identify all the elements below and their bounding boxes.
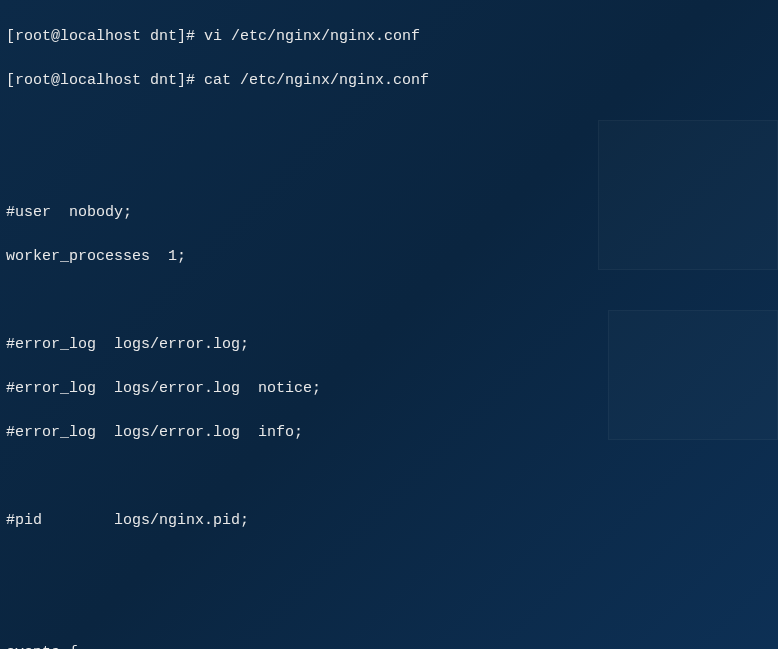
blank-line [6, 290, 772, 312]
blank-line [6, 466, 772, 488]
blank-line [6, 158, 772, 180]
cfg-error-log: #error_log logs/error.log; [6, 334, 772, 356]
cfg-error-log: #error_log logs/error.log notice; [6, 378, 772, 400]
shell-prompt-cat: [root@localhost dnt]# cat /etc/nginx/ngi… [6, 70, 772, 92]
blank-line [6, 114, 772, 136]
cfg-events-open: events { [6, 642, 772, 649]
cfg-user: #user nobody; [6, 202, 772, 224]
cfg-error-log: #error_log logs/error.log info; [6, 422, 772, 444]
shell-prompt-vi: [root@localhost dnt]# vi /etc/nginx/ngin… [6, 26, 772, 48]
blank-line [6, 598, 772, 620]
cfg-pid: #pid logs/nginx.pid; [6, 510, 772, 532]
blank-line [6, 554, 772, 576]
cfg-worker-processes: worker_processes 1; [6, 246, 772, 268]
terminal-output[interactable]: [root@localhost dnt]# vi /etc/nginx/ngin… [6, 4, 772, 649]
